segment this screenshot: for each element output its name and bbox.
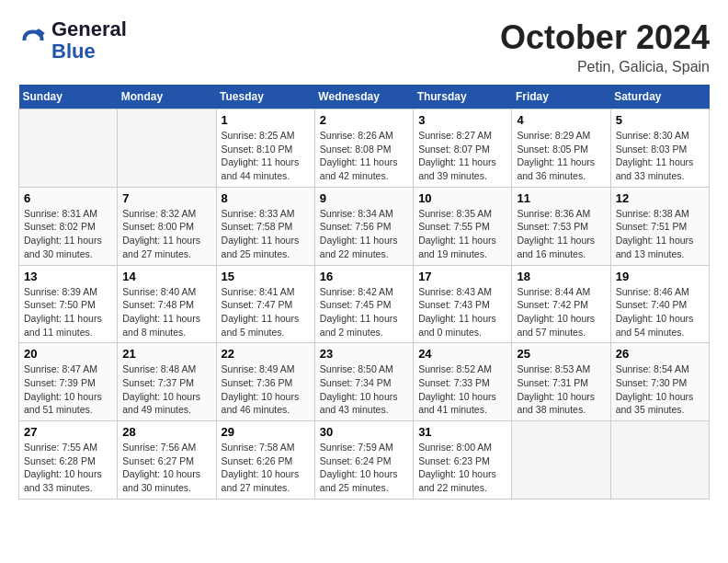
calendar-week-row: 1Sunrise: 8:25 AM Sunset: 8:10 PM Daylig… — [19, 109, 710, 188]
day-number: 26 — [616, 347, 704, 361]
weekday-header-thursday: Thursday — [414, 85, 512, 109]
month-title: October 2024 — [500, 18, 710, 57]
weekday-header-tuesday: Tuesday — [216, 85, 314, 109]
day-number: 25 — [517, 347, 605, 361]
calendar-cell: 12Sunrise: 8:38 AM Sunset: 7:51 PM Dayli… — [610, 187, 709, 265]
calendar-cell — [610, 421, 709, 500]
day-number: 11 — [517, 191, 605, 205]
day-number: 15 — [222, 270, 310, 283]
calendar-cell: 1Sunrise: 8:25 AM Sunset: 8:10 PM Daylig… — [216, 109, 314, 188]
calendar-cell: 28Sunrise: 7:56 AM Sunset: 6:27 PM Dayli… — [118, 421, 216, 500]
day-info: Sunrise: 8:38 AM Sunset: 7:51 PM Dayligh… — [616, 207, 704, 261]
day-number: 31 — [418, 425, 506, 439]
day-number: 30 — [320, 425, 408, 439]
day-info: Sunrise: 8:47 AM Sunset: 7:39 PM Dayligh… — [24, 362, 112, 417]
weekday-header-friday: Friday — [512, 85, 610, 109]
day-number: 10 — [418, 191, 506, 205]
day-info: Sunrise: 7:58 AM Sunset: 6:26 PM Dayligh… — [222, 441, 310, 495]
calendar-cell: 21Sunrise: 8:48 AM Sunset: 7:37 PM Dayli… — [118, 343, 216, 421]
calendar-cell: 6Sunrise: 8:31 AM Sunset: 8:02 PM Daylig… — [19, 187, 118, 265]
day-info: Sunrise: 8:39 AM Sunset: 7:50 PM Dayligh… — [24, 285, 112, 339]
calendar-week-row: 20Sunrise: 8:47 AM Sunset: 7:39 PM Dayli… — [19, 343, 710, 421]
day-info: Sunrise: 7:59 AM Sunset: 6:24 PM Dayligh… — [320, 441, 408, 495]
day-number: 7 — [122, 191, 210, 205]
calendar-cell: 27Sunrise: 7:55 AM Sunset: 6:28 PM Dayli… — [19, 421, 118, 500]
day-number: 12 — [616, 191, 704, 205]
day-info: Sunrise: 8:41 AM Sunset: 7:47 PM Dayligh… — [222, 285, 310, 339]
calendar-cell: 14Sunrise: 8:40 AM Sunset: 7:48 PM Dayli… — [118, 265, 216, 343]
day-number: 6 — [24, 191, 112, 205]
calendar-cell: 7Sunrise: 8:32 AM Sunset: 8:00 PM Daylig… — [118, 187, 216, 265]
day-number: 13 — [24, 270, 112, 283]
day-number: 9 — [320, 191, 408, 205]
day-number: 24 — [418, 347, 506, 361]
calendar-cell: 22Sunrise: 8:49 AM Sunset: 7:36 PM Dayli… — [216, 343, 314, 421]
day-info: Sunrise: 8:27 AM Sunset: 8:07 PM Dayligh… — [418, 129, 506, 183]
day-info: Sunrise: 7:56 AM Sunset: 6:27 PM Dayligh… — [122, 441, 210, 495]
day-number: 23 — [320, 347, 408, 361]
weekday-header-sunday: Sunday — [19, 85, 118, 109]
calendar-cell: 9Sunrise: 8:34 AM Sunset: 7:56 PM Daylig… — [314, 187, 413, 265]
calendar-header-row: SundayMondayTuesdayWednesdayThursdayFrid… — [19, 85, 710, 109]
calendar-cell: 8Sunrise: 8:33 AM Sunset: 7:58 PM Daylig… — [216, 187, 314, 265]
calendar-body: 1Sunrise: 8:25 AM Sunset: 8:10 PM Daylig… — [19, 109, 710, 500]
day-number: 5 — [616, 113, 704, 127]
day-number: 18 — [517, 270, 605, 283]
day-info: Sunrise: 8:44 AM Sunset: 7:42 PM Dayligh… — [517, 285, 605, 339]
calendar-cell — [118, 109, 216, 188]
calendar-cell: 20Sunrise: 8:47 AM Sunset: 7:39 PM Dayli… — [19, 343, 118, 421]
day-number: 1 — [222, 113, 310, 127]
day-number: 2 — [320, 113, 408, 127]
day-info: Sunrise: 8:40 AM Sunset: 7:48 PM Dayligh… — [122, 285, 210, 339]
day-number: 14 — [122, 270, 210, 283]
day-info: Sunrise: 8:26 AM Sunset: 8:08 PM Dayligh… — [320, 129, 408, 183]
calendar-cell: 29Sunrise: 7:58 AM Sunset: 6:26 PM Dayli… — [216, 421, 314, 500]
calendar-cell: 24Sunrise: 8:52 AM Sunset: 7:33 PM Dayli… — [414, 343, 512, 421]
calendar-week-row: 6Sunrise: 8:31 AM Sunset: 8:02 PM Daylig… — [19, 187, 710, 265]
calendar-cell: 11Sunrise: 8:36 AM Sunset: 7:53 PM Dayli… — [512, 187, 610, 265]
calendar-cell: 4Sunrise: 8:29 AM Sunset: 8:05 PM Daylig… — [512, 109, 610, 188]
calendar-cell: 15Sunrise: 8:41 AM Sunset: 7:47 PM Dayli… — [216, 265, 314, 343]
day-number: 17 — [418, 270, 506, 283]
calendar-cell: 25Sunrise: 8:53 AM Sunset: 7:31 PM Dayli… — [512, 343, 610, 421]
day-info: Sunrise: 8:00 AM Sunset: 6:23 PM Dayligh… — [418, 441, 506, 495]
calendar-cell: 23Sunrise: 8:50 AM Sunset: 7:34 PM Dayli… — [314, 343, 413, 421]
day-number: 28 — [122, 425, 210, 439]
calendar-cell: 30Sunrise: 7:59 AM Sunset: 6:24 PM Dayli… — [314, 421, 413, 500]
day-number: 22 — [222, 347, 310, 361]
calendar-cell: 13Sunrise: 8:39 AM Sunset: 7:50 PM Dayli… — [19, 265, 118, 343]
day-info: Sunrise: 7:55 AM Sunset: 6:28 PM Dayligh… — [24, 441, 112, 495]
calendar-week-row: 27Sunrise: 7:55 AM Sunset: 6:28 PM Dayli… — [19, 421, 710, 500]
day-number: 19 — [616, 270, 704, 283]
day-info: Sunrise: 8:42 AM Sunset: 7:45 PM Dayligh… — [320, 285, 408, 339]
calendar-cell: 31Sunrise: 8:00 AM Sunset: 6:23 PM Dayli… — [414, 421, 512, 500]
day-info: Sunrise: 8:52 AM Sunset: 7:33 PM Dayligh… — [418, 362, 506, 417]
day-number: 21 — [122, 347, 210, 361]
logo: General Blue — [18, 18, 127, 63]
day-number: 4 — [517, 113, 605, 127]
calendar-cell: 17Sunrise: 8:43 AM Sunset: 7:43 PM Dayli… — [414, 265, 512, 343]
calendar-cell: 5Sunrise: 8:30 AM Sunset: 8:03 PM Daylig… — [610, 109, 709, 188]
day-info: Sunrise: 8:46 AM Sunset: 7:40 PM Dayligh… — [616, 285, 704, 339]
day-number: 16 — [320, 270, 408, 283]
calendar-cell: 10Sunrise: 8:35 AM Sunset: 7:55 PM Dayli… — [414, 187, 512, 265]
weekday-header-wednesday: Wednesday — [314, 85, 413, 109]
day-info: Sunrise: 8:49 AM Sunset: 7:36 PM Dayligh… — [222, 362, 310, 417]
day-info: Sunrise: 8:31 AM Sunset: 8:02 PM Dayligh… — [24, 207, 112, 261]
calendar-table: SundayMondayTuesdayWednesdayThursdayFrid… — [18, 85, 710, 500]
title-block: October 2024 Petin, Galicia, Spain — [500, 18, 710, 75]
day-number: 27 — [24, 425, 112, 439]
location-subtitle: Petin, Galicia, Spain — [500, 59, 710, 75]
day-info: Sunrise: 8:43 AM Sunset: 7:43 PM Dayligh… — [418, 285, 506, 339]
logo-general: General — [51, 17, 127, 40]
calendar-cell: 26Sunrise: 8:54 AM Sunset: 7:30 PM Dayli… — [610, 343, 709, 421]
day-info: Sunrise: 8:36 AM Sunset: 7:53 PM Dayligh… — [517, 207, 605, 261]
page-header: General Blue October 2024 Petin, Galicia… — [18, 18, 710, 75]
day-info: Sunrise: 8:48 AM Sunset: 7:37 PM Dayligh… — [122, 362, 210, 417]
calendar-cell: 2Sunrise: 8:26 AM Sunset: 8:08 PM Daylig… — [314, 109, 413, 188]
day-info: Sunrise: 8:30 AM Sunset: 8:03 PM Dayligh… — [616, 129, 704, 183]
day-info: Sunrise: 8:54 AM Sunset: 7:30 PM Dayligh… — [616, 362, 704, 417]
weekday-header-saturday: Saturday — [610, 85, 709, 109]
calendar-cell: 18Sunrise: 8:44 AM Sunset: 7:42 PM Dayli… — [512, 265, 610, 343]
calendar-week-row: 13Sunrise: 8:39 AM Sunset: 7:50 PM Dayli… — [19, 265, 710, 343]
